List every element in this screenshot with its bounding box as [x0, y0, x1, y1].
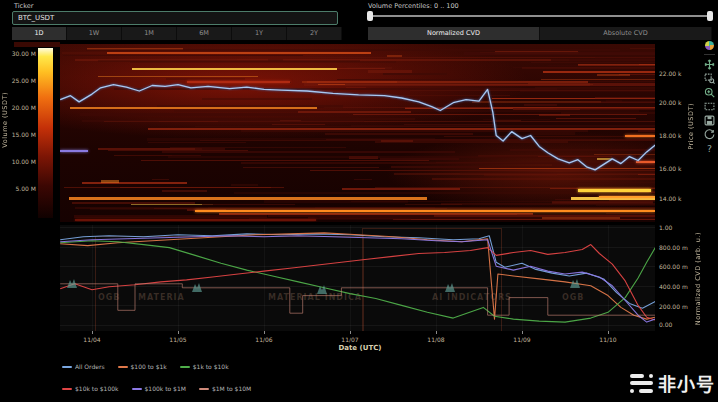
svg-text:?: ? [707, 143, 712, 154]
date-tick-label: 11/06 [247, 336, 281, 343]
legend-label: $100 to $1k [131, 363, 167, 370]
tab-absolute-cvd[interactable]: Absolute CVD [540, 27, 712, 40]
tab-6m[interactable]: 6M [177, 27, 232, 40]
volume-colorbar [38, 48, 53, 218]
tick-label: 10.00 M [6, 158, 36, 165]
feixiaohao-logo-icon [630, 372, 653, 395]
axis-tick-mark [178, 331, 179, 334]
tick-label: 400.00 m [659, 283, 688, 290]
tick-label: 1.00 [659, 224, 672, 231]
legend-item-1M-10M[interactable]: $1M to $10M [199, 385, 251, 392]
date-tick-label: 11/05 [161, 336, 195, 343]
axis-tick-mark [608, 331, 609, 334]
legend-label: All Orders [75, 363, 105, 370]
tab-1y[interactable]: 1Y [232, 27, 287, 40]
wheel-zoom-tool-icon[interactable] [704, 87, 715, 98]
ticker-input[interactable] [12, 11, 338, 25]
axis-tick-mark [436, 331, 437, 334]
volume-axis-title: Volume (USDT) [1, 92, 9, 148]
tick-label: 20.00 k [659, 99, 682, 106]
tick-label: 22.00 k [659, 70, 682, 77]
date-tick-label: 11/10 [591, 336, 625, 343]
tab-1m[interactable]: 1M [122, 27, 177, 40]
tick-label: 0.00 [659, 321, 672, 328]
legend-item-100-1k[interactable]: $100 to $1k [118, 363, 167, 370]
price-line-svg [60, 44, 655, 222]
feixiaohao-logo-text: 非小号 [658, 370, 715, 396]
save-tool-icon[interactable] [704, 115, 715, 126]
date-tick-label: 11/04 [75, 336, 109, 343]
slider-handle-max[interactable] [707, 11, 713, 21]
timeframe-tabs: 1D 1W 1M 6M 1Y 2Y [12, 27, 342, 40]
toolbar-divider [704, 54, 715, 55]
axis-tick-mark [92, 331, 93, 334]
date-tick-label: 11/08 [419, 336, 453, 343]
tab-1w[interactable]: 1W [67, 27, 122, 40]
legend-swatch [132, 388, 142, 390]
legend-label: $1M to $10M [212, 385, 251, 392]
date-tick-label: 11/07 [333, 336, 367, 343]
plot-toolbar: ? [702, 41, 717, 154]
heatmap-edge-strip [14, 42, 60, 47]
orderbook-heatmap[interactable] [60, 44, 655, 222]
price-axis-title: Price (USDT) [687, 103, 695, 150]
tick-label: 600.00 m [659, 263, 688, 270]
box-select-tool-icon[interactable] [704, 101, 715, 112]
legend-label: $10k to $100k [75, 385, 119, 392]
tick-label: 30.00 M [6, 50, 36, 57]
legend-swatch [199, 388, 209, 390]
cvd-series--1m-to-10m [60, 284, 655, 315]
axis-tick-mark [522, 331, 523, 334]
slider-handle-min[interactable] [367, 11, 373, 21]
tick-label: 16.00 k [659, 165, 682, 172]
tab-1d[interactable]: 1D [12, 27, 67, 40]
tick-label: 20.00 M [6, 104, 36, 111]
tab-normalized-cvd[interactable]: Normalized CVD [368, 27, 540, 40]
feixiaohao-watermark: 非小号 [630, 370, 715, 396]
legend-row-1: All Orders $100 to $1k $1k to $10k [62, 363, 229, 370]
legend-label: $100k to $1M [145, 385, 186, 392]
legend-item-1k-10k[interactable]: $1k to $10k [180, 363, 229, 370]
legend-label: $1k to $10k [193, 363, 229, 370]
box-zoom-tool-icon[interactable] [704, 73, 715, 84]
date-axis-title: Date (UTC) [325, 344, 395, 352]
cvd-lines-svg [60, 225, 655, 331]
volume-percentiles-label: Volume Percentiles: 0 .. 100 [368, 2, 459, 10]
tick-label: 800.00 m [659, 244, 688, 251]
hover-tool-icon[interactable]: ? [704, 143, 715, 154]
cvd-series--100k-to-1m [60, 236, 655, 322]
legend-swatch [62, 366, 72, 368]
reset-tool-icon[interactable] [704, 129, 715, 140]
ticker-label: Ticker [14, 2, 33, 10]
axis-tick-mark [264, 331, 265, 334]
tick-label: 200.00 m [659, 303, 688, 310]
legend-item-100k-1M[interactable]: $100k to $1M [132, 385, 186, 392]
date-tick-label: 11/09 [505, 336, 539, 343]
legend-row-2: $10k to $100k $100k to $1M $1M to $10M [62, 385, 251, 392]
pan-tool-icon[interactable] [704, 59, 715, 70]
legend-item-10k-100k[interactable]: $10k to $100k [62, 385, 119, 392]
tick-label: 15.00 M [6, 131, 36, 138]
cvd-axis-title: Normalized CVD (arb. u.) [694, 232, 702, 325]
tick-label: 14.00 k [659, 195, 682, 202]
cvd-mode-tabs: Normalized CVD Absolute CVD [368, 27, 712, 40]
tick-label: 18.00 k [659, 132, 682, 139]
legend-swatch [180, 366, 190, 368]
tab-2y[interactable]: 2Y [287, 27, 342, 40]
tick-label: 25.00 M [6, 77, 36, 84]
bokeh-logo-icon[interactable] [705, 41, 714, 50]
cvd-chart[interactable]: OGBMATERIAMATERIAL INDICAAI INDICATORSOG… [60, 225, 655, 331]
legend-swatch [118, 366, 128, 368]
legend-swatch [62, 388, 72, 390]
tick-label: 5.00 M [6, 185, 36, 192]
legend-item-all-orders[interactable]: All Orders [62, 363, 105, 370]
firecharts-dashboard: Ticker Volume Percentiles: 0 .. 100 1D 1… [0, 0, 718, 402]
volume-percentiles-slider[interactable] [368, 10, 712, 22]
axis-tick-mark [350, 331, 351, 334]
slider-track[interactable] [368, 15, 712, 17]
